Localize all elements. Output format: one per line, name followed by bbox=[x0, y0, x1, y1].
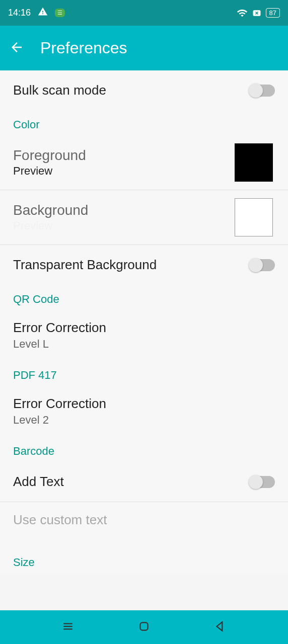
qrcode-section-header: QR Code bbox=[0, 285, 288, 310]
foreground-title: Foreground bbox=[13, 147, 86, 164]
background-title: Background bbox=[13, 202, 88, 218]
status-time: 14:16 bbox=[8, 8, 31, 18]
bulk-scan-row[interactable]: Bulk scan mode bbox=[0, 70, 288, 110]
size-section-header: Size bbox=[0, 538, 288, 573]
foreground-color-row[interactable]: Foreground Preview bbox=[0, 135, 288, 190]
wifi-icon bbox=[237, 8, 248, 19]
pdf417-error-correction-value: Level 2 bbox=[13, 414, 275, 427]
bulk-scan-label: Bulk scan mode bbox=[13, 83, 106, 98]
back-button[interactable] bbox=[9, 40, 24, 57]
toggle-thumb bbox=[249, 475, 263, 489]
warning-icon bbox=[38, 7, 48, 19]
app-badge-icon: ☰ bbox=[55, 9, 65, 17]
toggle-thumb bbox=[249, 258, 263, 272]
nav-recent-button[interactable] bbox=[61, 620, 75, 635]
page-title: Preferences bbox=[40, 39, 127, 57]
battery-indicator: 87 bbox=[266, 8, 280, 18]
svg-rect-4 bbox=[140, 622, 148, 630]
nav-back-button[interactable] bbox=[213, 620, 227, 635]
background-info: Background Preview bbox=[13, 202, 88, 232]
foreground-info: Foreground Preview bbox=[13, 147, 86, 178]
foreground-subtitle: Preview bbox=[13, 165, 86, 178]
qr-error-correction-row[interactable]: Error Correction Level L bbox=[0, 310, 288, 361]
transparent-bg-label: Transparent Background bbox=[13, 257, 157, 273]
pdf417-error-correction-title: Error Correction bbox=[13, 396, 275, 412]
background-subtitle: Preview bbox=[13, 219, 88, 232]
add-text-label: Add Text bbox=[13, 474, 64, 490]
qr-error-correction-title: Error Correction bbox=[13, 320, 275, 336]
content: Bulk scan mode Color Foreground Preview … bbox=[0, 70, 288, 573]
transparent-bg-toggle[interactable] bbox=[250, 259, 275, 271]
qr-error-correction-value: Level L bbox=[13, 338, 275, 351]
navigation-bar bbox=[0, 610, 288, 644]
nav-home-button[interactable] bbox=[137, 620, 151, 635]
custom-text-row: Use custom text bbox=[0, 502, 288, 538]
background-swatch[interactable] bbox=[235, 198, 273, 236]
bulk-scan-toggle[interactable] bbox=[250, 85, 275, 97]
status-right: 87 bbox=[237, 8, 280, 19]
foreground-swatch[interactable] bbox=[235, 143, 273, 182]
pdf417-error-correction-row[interactable]: Error Correction Level 2 bbox=[0, 386, 288, 437]
color-section-header: Color bbox=[0, 110, 288, 135]
toggle-thumb bbox=[249, 84, 263, 98]
status-bar: 14:16 ☰ 87 bbox=[0, 0, 288, 26]
app-bar: Preferences bbox=[0, 26, 288, 70]
notification-icon bbox=[252, 8, 262, 18]
transparent-bg-row[interactable]: Transparent Background bbox=[0, 245, 288, 285]
background-color-row[interactable]: Background Preview bbox=[0, 190, 288, 245]
pdf417-section-header: PDF 417 bbox=[0, 361, 288, 386]
barcode-section-header: Barcode bbox=[0, 437, 288, 462]
custom-text-label: Use custom text bbox=[13, 512, 107, 527]
add-text-row[interactable]: Add Text bbox=[0, 462, 288, 502]
status-left: 14:16 ☰ bbox=[8, 7, 65, 19]
add-text-toggle[interactable] bbox=[250, 476, 275, 488]
